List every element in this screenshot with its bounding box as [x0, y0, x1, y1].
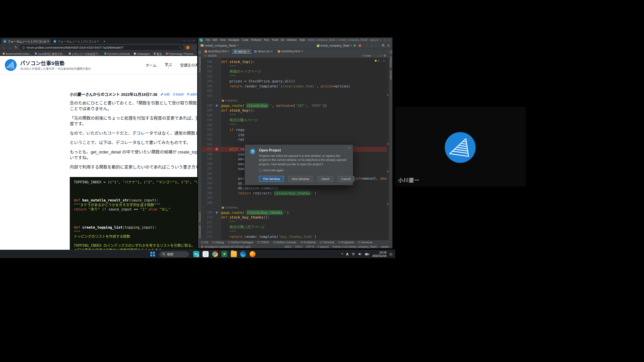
battery-icon[interactable] — [365, 253, 369, 255]
nav-students[interactable]: 受講生の声 — [180, 62, 197, 68]
minimize-icon[interactable]: ─ — [183, 39, 185, 42]
edge-icon[interactable] — [240, 251, 246, 257]
pycharm-icon[interactable]: PC — [193, 251, 199, 257]
git-update-icon[interactable]: ↓ — [366, 44, 368, 47]
editor-scrollbar[interactable] — [387, 58, 389, 240]
site-info-icon[interactable]: i — [22, 46, 25, 49]
edit-link[interactable]: edit — [160, 92, 170, 96]
status-item[interactable]: 208:1 — [284, 245, 291, 248]
dont-ask-again-checkbox[interactable]: Don't ask again — [259, 169, 353, 172]
menu-item[interactable]: Edit — [211, 38, 219, 42]
close-dialog-icon[interactable]: × — [348, 146, 351, 150]
folder-icon[interactable] — [231, 251, 237, 257]
close-tab-icon[interactable]: × — [301, 50, 303, 53]
bookmark-item[interactable]: Psychology, Physica... — [166, 52, 195, 55]
code-editor[interactable]: 2 ⌄ 1 180def stock_top():181 """182 株価のト… — [202, 58, 389, 240]
close-tab-icon[interactable]: × — [47, 40, 49, 43]
menu-item[interactable]: Code — [240, 38, 250, 42]
maximize-icon[interactable]: □ — [188, 39, 190, 42]
taskbar-search[interactable]: 検索 — [159, 251, 189, 257]
status-item[interactable]: Python 3.10 (metal_company_flask) — [332, 245, 377, 248]
notification-bell-icon[interactable] — [389, 252, 392, 256]
git-commit-icon[interactable]: ✓ — [370, 44, 373, 47]
editor-tab[interactable]: app.py× — [232, 49, 252, 54]
inspections-widget[interactable]: 2 ⌄ 1 — [375, 59, 385, 62]
toolwindow-stripe-button[interactable]: Pull Requests — [198, 57, 201, 72]
address-bar[interactable]: i forum.pc5bai.com/note/entry/6854092f-2… — [20, 45, 184, 50]
toolwindow-button[interactable]: Python Console — [273, 241, 297, 244]
bookmark-item[interactable]: 憲法 — [154, 52, 162, 56]
url-mapping-icon[interactable] — [216, 212, 218, 214]
notepad-icon[interactable] — [203, 251, 209, 257]
nav-home[interactable]: ホーム — [146, 62, 157, 68]
bookmark-item[interactable]: Galapagos — [134, 52, 150, 55]
nav-learn[interactable]: 学ぶ▾ — [165, 62, 172, 68]
menu-item[interactable]: Navigate — [227, 38, 241, 42]
toolwindow-button[interactable]: Services — [358, 241, 372, 244]
hamburger-icon[interactable]: ≡ — [204, 54, 206, 57]
minimize-icon[interactable]: ─ — [380, 39, 382, 42]
close-icon[interactable]: × — [388, 39, 390, 42]
chrome-icon[interactable] — [212, 251, 218, 257]
project-toolwindow-icon[interactable] — [199, 51, 201, 53]
bookmark-item[interactable]: ジオシリーズの広告で... — [69, 52, 101, 56]
back-icon[interactable]: ← — [2, 46, 6, 49]
menu-item[interactable]: Window — [285, 38, 298, 42]
close-tab-icon[interactable]: × — [228, 50, 229, 53]
cancel-button[interactable]: Cancel — [338, 176, 355, 182]
start-button[interactable] — [150, 252, 155, 256]
toolwindow-button[interactable]: Python Packages — [228, 241, 253, 244]
menu-item[interactable]: Help — [298, 38, 306, 42]
toolwindow-button[interactable]: Git — [201, 241, 208, 244]
toolwindow-button[interactable]: Endpoints — [338, 241, 354, 244]
project-selector[interactable]: metal_company_flask ▾ — [201, 44, 238, 47]
arrow-down-icon[interactable]: ↓ — [376, 54, 378, 57]
forward-icon[interactable]: → — [8, 46, 12, 49]
breakpoint-icon[interactable] — [215, 148, 218, 150]
close-tab-icon[interactable]: × — [97, 40, 99, 43]
speaker-icon[interactable] — [358, 252, 362, 256]
url-mapping-icon[interactable] — [216, 105, 218, 107]
bookmark-item[interactable]: PyCharm shortcuts — [104, 52, 130, 55]
status-item[interactable]: CRLF — [295, 245, 303, 248]
browser-tab-2[interactable]: ▲ フォーラムノート | パソコン仕事５倍塾 × — [51, 39, 101, 44]
close-icon[interactable]: × — [193, 39, 195, 42]
trash-link[interactable]: trash — [173, 92, 184, 96]
firefox-icon[interactable] — [250, 251, 256, 257]
editor-tab[interactable]: metal4buy.html× — [275, 49, 306, 54]
menu-item[interactable]: File — [204, 38, 211, 42]
browser-menu-icon[interactable]: ⋮ — [192, 46, 195, 49]
new-tab-button[interactable]: + — [103, 39, 105, 43]
status-item[interactable]: master — [381, 245, 389, 248]
breadcrumb[interactable]: stock/b — [208, 54, 217, 57]
settings-gear-icon[interactable]: ⚙ — [383, 54, 386, 57]
arrow-up-icon[interactable]: ↑ — [373, 54, 374, 57]
bookmark-star-icon[interactable]: ☆ — [179, 46, 181, 49]
profile-avatar[interactable] — [186, 46, 190, 49]
settings-gear-icon[interactable]: ⚙ — [387, 44, 390, 47]
git-push-icon[interactable]: ↑ — [375, 44, 377, 47]
this-window-button[interactable]: This Window — [259, 176, 284, 182]
attach-button[interactable]: Attach — [317, 176, 333, 182]
site-logo[interactable] — [5, 59, 17, 71]
toolwindow-stripe-button[interactable]: Structure — [198, 212, 201, 222]
run-button[interactable] — [354, 44, 356, 47]
run-configuration[interactable]: metal_company_flask ▾ — [317, 44, 352, 47]
toolwindow-button[interactable]: Problems — [301, 241, 316, 244]
taskbar-clock[interactable]: 10:18 2022/11/19 — [372, 251, 386, 257]
status-item[interactable]: UTF-8 — [306, 245, 314, 248]
editor-tab[interactable]: stock4buy.html× — [202, 49, 232, 54]
tray-chevron-icon[interactable]: ^ — [341, 252, 343, 256]
new-window-button[interactable]: New Window — [288, 176, 313, 182]
debug-button[interactable] — [359, 44, 361, 47]
wifi-icon[interactable] — [352, 253, 355, 256]
menu-item[interactable]: View — [218, 38, 227, 42]
editor-tab[interactable]: about.css× — [252, 49, 275, 54]
search-icon[interactable] — [382, 44, 385, 47]
menu-item[interactable]: Tools — [270, 38, 279, 42]
browser-tab-1[interactable]: ▲ フォーラムノート | パソコン仕事５倍塾 × — [1, 39, 51, 44]
toolwindow-button[interactable]: TODO — [258, 241, 269, 244]
notifications-icon[interactable] — [390, 51, 392, 53]
toolwindow-stripe-button[interactable]: SciView — [389, 71, 392, 80]
excel-icon[interactable]: X — [221, 251, 227, 257]
